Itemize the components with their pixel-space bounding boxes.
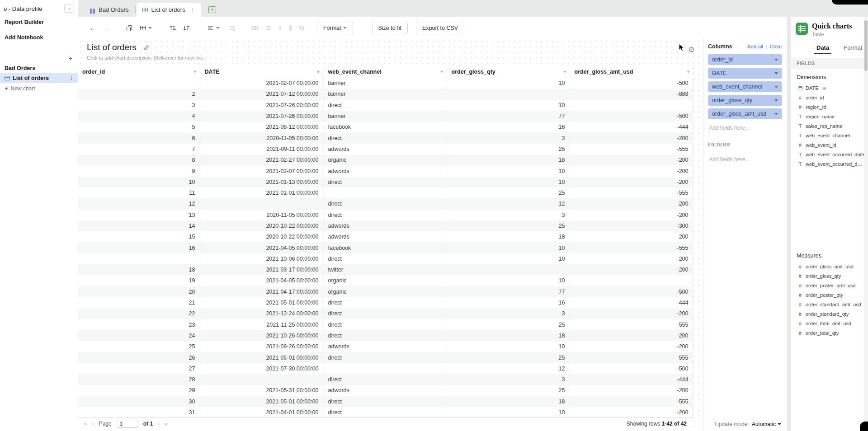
table-cell[interactable]: 10: [447, 407, 570, 418]
duplicate-button[interactable]: [126, 24, 133, 32]
percent-format-button[interactable]: %: [298, 24, 304, 32]
table-row[interactable]: 312021-04-01 00:00:00direct10-200: [78, 407, 693, 418]
insert-table-button[interactable]: [139, 24, 152, 32]
table-cell[interactable]: 2021-02-27 00:00:00: [200, 155, 323, 165]
field-item-order_standard_qty[interactable]: #order_standard_qty: [791, 309, 868, 319]
table-cell[interactable]: -444: [570, 122, 693, 132]
table-cell[interactable]: 16: [78, 242, 200, 253]
table-cell[interactable]: [570, 275, 693, 286]
field-item-region_id[interactable]: #region_id: [791, 103, 868, 112]
table-cell[interactable]: 18: [447, 155, 570, 165]
first-page-button[interactable]: «: [84, 421, 87, 427]
table-cell[interactable]: 6: [78, 132, 200, 143]
table-cell[interactable]: 2021-09-11 00:00:00: [200, 144, 323, 155]
table-cell[interactable]: 7: [78, 144, 200, 155]
table-cell[interactable]: 19: [78, 275, 200, 286]
table-cell[interactable]: direct: [323, 253, 447, 264]
table-row[interactable]: 92021-02-07 00:00:00adwords10-200: [78, 165, 693, 176]
chevron-down-icon[interactable]: [774, 113, 778, 115]
tab-list-of-orders[interactable]: List of orders ⋮: [137, 3, 201, 17]
column-header-order_gloss_qty[interactable]: order_gloss_qty▾: [447, 66, 570, 78]
page-number-input[interactable]: [117, 420, 138, 428]
table-cell[interactable]: -555: [570, 319, 693, 330]
tab-menu-icon[interactable]: ⋮: [190, 7, 195, 13]
table-cell[interactable]: 2021-10-26 00:00:00: [200, 330, 323, 341]
table-cell[interactable]: 30: [78, 396, 200, 407]
table-cell[interactable]: 8: [78, 155, 200, 165]
table-cell[interactable]: 9: [78, 165, 200, 176]
field-item-web_event_channel[interactable]: Tweb_event_channel: [791, 131, 868, 141]
table-cell[interactable]: -555: [570, 144, 693, 155]
field-item-order_standard_amt_usd[interactable]: #order_standard_amt_usd: [791, 300, 868, 309]
table-cell[interactable]: 10: [447, 275, 570, 286]
table-cell[interactable]: -555: [570, 187, 693, 198]
table-cell[interactable]: [78, 78, 200, 89]
table-cell[interactable]: 2021-12-24 00:00:00: [200, 308, 323, 319]
sidebar-item-add-notebook[interactable]: Add Notebook: [0, 32, 78, 43]
sort-caret-icon[interactable]: ▾: [441, 70, 443, 74]
field-item-region_name[interactable]: Tregion_name: [791, 112, 868, 122]
table-cell[interactable]: adwords: [323, 385, 447, 396]
table-cell[interactable]: 10: [447, 177, 570, 187]
table-row[interactable]: 202021-04-17 00:00:00organic77-500: [78, 286, 693, 297]
table-cell[interactable]: adwords: [323, 341, 447, 352]
table-cell[interactable]: -200: [570, 253, 693, 264]
table-cell[interactable]: 18: [447, 396, 570, 407]
table-cell[interactable]: [323, 363, 447, 374]
field-item-order_id[interactable]: #order_id: [791, 93, 868, 103]
table-cell[interactable]: -555: [570, 352, 693, 363]
table-row[interactable]: 2021-10-06 00:00:00direct10-200: [78, 253, 693, 264]
table-cell[interactable]: banner: [323, 89, 447, 99]
table-row[interactable]: 212021-05-01 00:00:00direct16-444: [78, 297, 693, 308]
table-cell[interactable]: -200: [570, 231, 693, 242]
table-cell[interactable]: 18: [447, 231, 570, 242]
scrollbar-track[interactable]: [864, 17, 868, 431]
table-row[interactable]: 12direct12-200: [78, 198, 693, 209]
table-cell[interactable]: direct: [323, 396, 447, 407]
table-cell[interactable]: 31: [78, 407, 200, 418]
last-page-button[interactable]: »: [165, 421, 168, 427]
table-cell[interactable]: -500: [570, 111, 693, 122]
back-button[interactable]: ←: [90, 24, 96, 32]
table-cell[interactable]: [323, 187, 447, 198]
pencil-edit-icon[interactable]: [143, 44, 150, 51]
table-row[interactable]: 62020-11-05 00:00:00direct3-200: [78, 132, 693, 143]
table-cell[interactable]: 2: [78, 89, 200, 99]
field-item-order_gloss_qty[interactable]: #order_gloss_qty: [791, 272, 868, 281]
table-row[interactable]: 232021-11-25 00:00:00direct25-555: [78, 319, 693, 330]
sort-caret-icon[interactable]: ▾: [564, 70, 566, 74]
table-cell[interactable]: banner: [323, 78, 447, 89]
sidebar-item-new-chart[interactable]: + New chart: [0, 83, 78, 94]
field-item-order_gloss_amt_usd[interactable]: #order_gloss_amt_usd: [791, 262, 868, 272]
table-cell[interactable]: 25: [447, 319, 570, 330]
sidebar-collapse-button[interactable]: ‹: [64, 5, 74, 13]
field-item-web_event_occurred_do_w_n[interactable]: Tweb_event_occurred_do_w_n: [791, 159, 868, 169]
table-cell[interactable]: -300: [570, 220, 693, 231]
field-item-web_event_id[interactable]: #web_event_id: [791, 141, 868, 150]
currency-format-button[interactable]: $: [289, 24, 292, 32]
table-row[interactable]: 162021-04-05 00:00:00facebook10-555: [78, 242, 693, 253]
expand-hierarchy-icon[interactable]: ⊕: [822, 85, 826, 91]
column-pill-order_id[interactable]: order_id: [708, 54, 782, 65]
field-item-web_event_occurred_date[interactable]: Tweb_event_occurred_date: [791, 150, 868, 159]
table-cell[interactable]: 2021-05-31 00:00:00: [200, 385, 323, 396]
forward-button[interactable]: →: [103, 24, 109, 32]
wrap-text-button[interactable]: [229, 24, 236, 32]
table-cell[interactable]: 16: [447, 297, 570, 308]
table-cell[interactable]: direct: [323, 198, 447, 209]
column-header-web_event_channel[interactable]: web_event_channel▾: [323, 66, 447, 78]
chevron-down-icon[interactable]: [774, 99, 778, 102]
table-row[interactable]: 292021-05-31 00:00:00adwords25-200: [78, 385, 693, 396]
column-pill-order_gloss_amt_usd[interactable]: order_gloss_amt_usd: [708, 108, 782, 119]
column-pill-DATE[interactable]: DATE: [708, 68, 782, 79]
column-pill-web_event_channel[interactable]: web_event_channel: [708, 81, 782, 92]
table-cell[interactable]: direct: [323, 100, 447, 111]
table-cell[interactable]: 22: [78, 308, 200, 319]
align-button[interactable]: [207, 24, 220, 32]
table-cell[interactable]: 2021-07-12 00:00:00: [200, 89, 323, 99]
table-row[interactable]: 102021-01-13 00:00:00direct10-200: [78, 177, 693, 187]
table-cell[interactable]: -555: [570, 242, 693, 253]
field-item-order_total_amt_usd[interactable]: #order_total_amt_usd: [791, 319, 868, 328]
table-cell[interactable]: 2021-05-01 00:00:00: [200, 297, 323, 308]
table-cell[interactable]: direct: [323, 319, 447, 330]
